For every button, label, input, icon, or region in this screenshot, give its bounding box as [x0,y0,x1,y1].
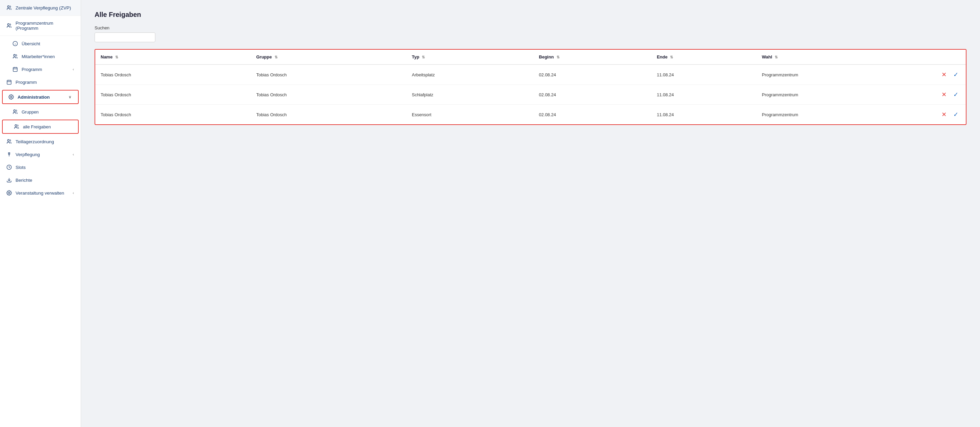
sidebar-item-administration-label: Administration [18,95,49,100]
col-actions [934,49,966,65]
table-header-row: Name ⇅ Gruppe ⇅ Typ ⇅ Beginn ⇅ [95,49,966,65]
sidebar-item-alle-freigaben-label: alle Freigaben [23,124,51,129]
users-icon [6,22,12,29]
approve-button[interactable]: ✓ [951,70,961,79]
sidebar-item-programmzentrum[interactable]: Programmzentrum (Programm [0,16,81,36]
chevron-icon: ‹ [73,152,74,156]
sidebar-item-teillagerzuordnung[interactable]: Teillagerzuordnung [0,135,81,148]
info-icon [12,41,18,46]
sidebar-item-programmzentrum-label: Programmzentrum (Programm [16,21,75,31]
sort-icon-typ: ⇅ [422,55,425,59]
sidebar-item-ubersicht[interactable]: Übersicht [0,37,81,50]
clock-icon [6,164,12,170]
cell-wahl-1: Programmzentrum [756,85,934,105]
svg-rect-10 [7,80,11,84]
cell-typ-0: Arbeitsplatz [406,65,533,85]
chevron-down-icon: ∨ [68,95,71,99]
sidebar-item-gruppen[interactable]: Gruppen [0,105,81,118]
sidebar-item-veranstaltung[interactable]: Veranstaltung verwalten ‹ [0,186,81,199]
sidebar-item-zentrale[interactable]: Zentrale Verpflegung (ZVP) [0,0,81,16]
col-name[interactable]: Name ⇅ [95,49,251,65]
freigaben-table: Name ⇅ Gruppe ⇅ Typ ⇅ Beginn ⇅ [95,49,966,124]
reject-button[interactable]: ✕ [939,70,948,79]
cell-gruppe-0: Tobias Ordosch [251,65,407,85]
col-typ[interactable]: Typ ⇅ [406,49,533,65]
sidebar-item-alle-freigaben[interactable]: alle Freigaben [2,119,79,134]
sort-icon-wahl: ⇅ [775,55,778,59]
sidebar-item-programm-sub[interactable]: Programm ‹ [0,63,81,76]
sidebar-item-ubersicht-label: Übersicht [22,41,40,46]
reject-button[interactable]: ✕ [939,90,948,99]
settings-icon [6,190,12,196]
sidebar-item-slots-label: Slots [16,165,25,170]
cell-wahl-2: Programmzentrum [756,105,934,125]
cell-name-2: Tobias Ordosch [95,105,251,125]
cell-typ-2: Essensort [406,105,533,125]
sidebar-item-berichte-label: Berichte [16,178,32,183]
fork-icon [6,151,12,158]
table-row: Tobias Ordosch Tobias Ordosch Essensort … [95,105,966,125]
sidebar-item-verpflegung[interactable]: Verpflegung ‹ [0,148,81,161]
page-title: Alle Freigaben [95,11,966,19]
cell-actions-2: ✕ ✓ [934,105,966,125]
col-name-label: Name [101,54,113,59]
cell-typ-1: Schlafplatz [406,85,533,105]
freigaben-table-container: Name ⇅ Gruppe ⇅ Typ ⇅ Beginn ⇅ [95,49,966,125]
users-icon [12,53,18,59]
main-content: Alle Freigaben Suchen Name ⇅ Gruppe ⇅ Ty… [81,0,980,427]
cell-wahl-0: Programmzentrum [756,65,934,85]
sidebar-item-gruppen-label: Gruppen [22,110,39,115]
cell-ende-2: 11.08.24 [651,105,756,125]
approve-button[interactable]: ✓ [951,90,961,99]
col-typ-label: Typ [412,54,419,59]
reject-button[interactable]: ✕ [939,110,948,119]
sidebar-item-slots[interactable]: Slots [0,161,81,174]
sidebar-item-programm[interactable]: Programm [0,76,81,89]
col-ende[interactable]: Ende ⇅ [651,49,756,65]
sidebar-item-administration[interactable]: Administration ∨ [2,90,79,104]
col-wahl[interactable]: Wahl ⇅ [756,49,934,65]
users-icon [6,5,12,11]
cell-gruppe-1: Tobias Ordosch [251,85,407,105]
sidebar-item-teillagerzuordnung-label: Teillagerzuordnung [16,139,54,144]
users-icon [12,109,18,115]
svg-rect-6 [13,68,17,72]
search-input[interactable] [95,32,155,42]
cell-ende-1: 11.08.24 [651,85,756,105]
svg-point-16 [15,125,16,126]
table-row: Tobias Ordosch Tobias Ordosch Arbeitspla… [95,65,966,85]
col-wahl-label: Wahl [762,54,772,59]
svg-point-15 [14,110,15,112]
col-ende-label: Ende [657,54,668,59]
sort-icon-beginn: ⇅ [557,55,560,59]
users-icon [6,139,12,145]
calendar-icon [12,66,18,72]
search-label: Suchen [95,25,966,30]
approve-button[interactable]: ✓ [951,110,961,119]
table-body: Tobias Ordosch Tobias Ordosch Arbeitspla… [95,65,966,124]
users-icon [14,124,19,130]
sort-icon-ende: ⇅ [670,55,673,59]
col-gruppe[interactable]: Gruppe ⇅ [251,49,407,65]
sort-icon-name: ⇅ [115,55,118,59]
cell-actions-0: ✕ ✓ [934,65,966,85]
sidebar-item-programm-label: Programm [16,80,37,85]
svg-point-17 [8,140,9,141]
sidebar-item-mitarbeiter[interactable]: Mitarbeiter*innen [0,50,81,63]
svg-point-5 [14,54,15,56]
cell-beginn-2: 02.08.24 [534,105,651,125]
sidebar-item-berichte[interactable]: Berichte [0,174,81,186]
col-beginn[interactable]: Beginn ⇅ [534,49,651,65]
sidebar-item-veranstaltung-label: Veranstaltung verwalten [16,191,64,196]
sidebar-item-mitarbeiter-label: Mitarbeiter*innen [22,54,55,59]
sidebar-item-zentrale-label: Zentrale Verpflegung (ZVP) [16,5,71,11]
svg-point-0 [8,6,9,8]
cell-beginn-1: 02.08.24 [534,85,651,105]
sidebar-nav: Übersicht Mitarbeiter*innen Programm ‹ P… [0,36,81,201]
table-row: Tobias Ordosch Tobias Ordosch Schlafplat… [95,85,966,105]
cell-name-0: Tobias Ordosch [95,65,251,85]
sidebar-item-programm-sub-label: Programm [22,67,42,72]
calendar-icon [6,79,12,85]
chevron-icon: ‹ [73,67,74,71]
sidebar-item-verpflegung-label: Verpflegung [16,152,40,157]
